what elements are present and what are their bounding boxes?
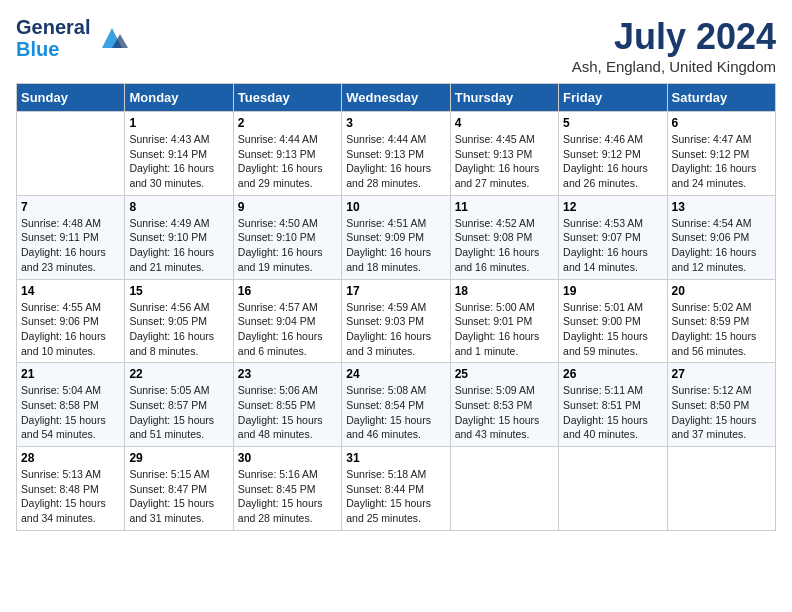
daylight: Daylight: 16 hours and 24 minutes. (672, 162, 757, 189)
day-info: Sunrise: 5:01 AMSunset: 9:00 PMDaylight:… (563, 300, 662, 359)
daylight: Daylight: 16 hours and 1 minute. (455, 330, 540, 357)
day-info: Sunrise: 4:53 AMSunset: 9:07 PMDaylight:… (563, 216, 662, 275)
daylight: Daylight: 15 hours and 40 minutes. (563, 414, 648, 441)
daylight: Daylight: 15 hours and 34 minutes. (21, 497, 106, 524)
sunset: Sunset: 8:53 PM (455, 399, 533, 411)
day-number: 7 (21, 200, 120, 214)
day-info: Sunrise: 4:48 AMSunset: 9:11 PMDaylight:… (21, 216, 120, 275)
daylight: Daylight: 15 hours and 54 minutes. (21, 414, 106, 441)
sunset: Sunset: 8:50 PM (672, 399, 750, 411)
day-number: 8 (129, 200, 228, 214)
week-row-5: 28Sunrise: 5:13 AMSunset: 8:48 PMDayligh… (17, 447, 776, 531)
sunset: Sunset: 9:12 PM (672, 148, 750, 160)
sunrise: Sunrise: 5:02 AM (672, 301, 752, 313)
col-header-tuesday: Tuesday (233, 84, 341, 112)
day-cell (17, 112, 125, 196)
week-row-3: 14Sunrise: 4:55 AMSunset: 9:06 PMDayligh… (17, 279, 776, 363)
sunset: Sunset: 9:09 PM (346, 231, 424, 243)
day-cell (450, 447, 558, 531)
sunrise: Sunrise: 5:11 AM (563, 384, 643, 396)
column-headers: SundayMondayTuesdayWednesdayThursdayFrid… (17, 84, 776, 112)
day-number: 4 (455, 116, 554, 130)
header: General Blue July 2024 Ash, England, Uni… (16, 16, 776, 75)
day-cell: 7Sunrise: 4:48 AMSunset: 9:11 PMDaylight… (17, 195, 125, 279)
day-info: Sunrise: 5:06 AMSunset: 8:55 PMDaylight:… (238, 383, 337, 442)
daylight: Daylight: 16 hours and 18 minutes. (346, 246, 431, 273)
day-number: 13 (672, 200, 771, 214)
col-header-friday: Friday (559, 84, 667, 112)
daylight: Daylight: 15 hours and 48 minutes. (238, 414, 323, 441)
sunset: Sunset: 8:57 PM (129, 399, 207, 411)
day-info: Sunrise: 5:05 AMSunset: 8:57 PMDaylight:… (129, 383, 228, 442)
sunrise: Sunrise: 5:01 AM (563, 301, 643, 313)
day-cell: 11Sunrise: 4:52 AMSunset: 9:08 PMDayligh… (450, 195, 558, 279)
sunrise: Sunrise: 4:53 AM (563, 217, 643, 229)
day-number: 19 (563, 284, 662, 298)
daylight: Daylight: 15 hours and 28 minutes. (238, 497, 323, 524)
sunrise: Sunrise: 4:43 AM (129, 133, 209, 145)
day-number: 28 (21, 451, 120, 465)
day-info: Sunrise: 4:47 AMSunset: 9:12 PMDaylight:… (672, 132, 771, 191)
day-cell: 19Sunrise: 5:01 AMSunset: 9:00 PMDayligh… (559, 279, 667, 363)
day-info: Sunrise: 5:08 AMSunset: 8:54 PMDaylight:… (346, 383, 445, 442)
sunrise: Sunrise: 5:04 AM (21, 384, 101, 396)
daylight: Daylight: 15 hours and 37 minutes. (672, 414, 757, 441)
day-number: 18 (455, 284, 554, 298)
day-cell (667, 447, 775, 531)
sunrise: Sunrise: 4:57 AM (238, 301, 318, 313)
day-cell: 30Sunrise: 5:16 AMSunset: 8:45 PMDayligh… (233, 447, 341, 531)
sunset: Sunset: 9:04 PM (238, 315, 316, 327)
title-area: July 2024 Ash, England, United Kingdom (572, 16, 776, 75)
sunset: Sunset: 8:55 PM (238, 399, 316, 411)
daylight: Daylight: 16 hours and 27 minutes. (455, 162, 540, 189)
sunset: Sunset: 8:44 PM (346, 483, 424, 495)
daylight: Daylight: 15 hours and 56 minutes. (672, 330, 757, 357)
daylight: Daylight: 16 hours and 16 minutes. (455, 246, 540, 273)
logo-text: General Blue (16, 16, 90, 60)
day-cell: 22Sunrise: 5:05 AMSunset: 8:57 PMDayligh… (125, 363, 233, 447)
logo-blue: Blue (16, 38, 59, 60)
day-info: Sunrise: 4:55 AMSunset: 9:06 PMDaylight:… (21, 300, 120, 359)
day-number: 6 (672, 116, 771, 130)
sunrise: Sunrise: 5:16 AM (238, 468, 318, 480)
sunset: Sunset: 8:54 PM (346, 399, 424, 411)
day-info: Sunrise: 5:13 AMSunset: 8:48 PMDaylight:… (21, 467, 120, 526)
day-cell: 13Sunrise: 4:54 AMSunset: 9:06 PMDayligh… (667, 195, 775, 279)
daylight: Daylight: 15 hours and 51 minutes. (129, 414, 214, 441)
day-number: 2 (238, 116, 337, 130)
day-cell: 18Sunrise: 5:00 AMSunset: 9:01 PMDayligh… (450, 279, 558, 363)
day-cell: 14Sunrise: 4:55 AMSunset: 9:06 PMDayligh… (17, 279, 125, 363)
day-info: Sunrise: 4:50 AMSunset: 9:10 PMDaylight:… (238, 216, 337, 275)
day-info: Sunrise: 5:12 AMSunset: 8:50 PMDaylight:… (672, 383, 771, 442)
daylight: Daylight: 15 hours and 43 minutes. (455, 414, 540, 441)
sunrise: Sunrise: 4:44 AM (238, 133, 318, 145)
day-info: Sunrise: 5:11 AMSunset: 8:51 PMDaylight:… (563, 383, 662, 442)
daylight: Daylight: 15 hours and 31 minutes. (129, 497, 214, 524)
day-number: 29 (129, 451, 228, 465)
day-cell: 24Sunrise: 5:08 AMSunset: 8:54 PMDayligh… (342, 363, 450, 447)
day-cell: 6Sunrise: 4:47 AMSunset: 9:12 PMDaylight… (667, 112, 775, 196)
sunset: Sunset: 9:13 PM (346, 148, 424, 160)
day-cell: 1Sunrise: 4:43 AMSunset: 9:14 PMDaylight… (125, 112, 233, 196)
day-number: 3 (346, 116, 445, 130)
day-cell: 9Sunrise: 4:50 AMSunset: 9:10 PMDaylight… (233, 195, 341, 279)
day-number: 12 (563, 200, 662, 214)
sunrise: Sunrise: 5:12 AM (672, 384, 752, 396)
day-cell: 23Sunrise: 5:06 AMSunset: 8:55 PMDayligh… (233, 363, 341, 447)
day-cell: 17Sunrise: 4:59 AMSunset: 9:03 PMDayligh… (342, 279, 450, 363)
daylight: Daylight: 15 hours and 25 minutes. (346, 497, 431, 524)
daylight: Daylight: 16 hours and 30 minutes. (129, 162, 214, 189)
sunset: Sunset: 8:47 PM (129, 483, 207, 495)
day-number: 23 (238, 367, 337, 381)
sunrise: Sunrise: 5:09 AM (455, 384, 535, 396)
day-info: Sunrise: 4:59 AMSunset: 9:03 PMDaylight:… (346, 300, 445, 359)
sunrise: Sunrise: 4:48 AM (21, 217, 101, 229)
sunrise: Sunrise: 4:46 AM (563, 133, 643, 145)
sunset: Sunset: 9:13 PM (238, 148, 316, 160)
day-number: 9 (238, 200, 337, 214)
sunset: Sunset: 8:58 PM (21, 399, 99, 411)
day-number: 16 (238, 284, 337, 298)
day-number: 14 (21, 284, 120, 298)
calendar-table: SundayMondayTuesdayWednesdayThursdayFrid… (16, 83, 776, 531)
day-number: 1 (129, 116, 228, 130)
